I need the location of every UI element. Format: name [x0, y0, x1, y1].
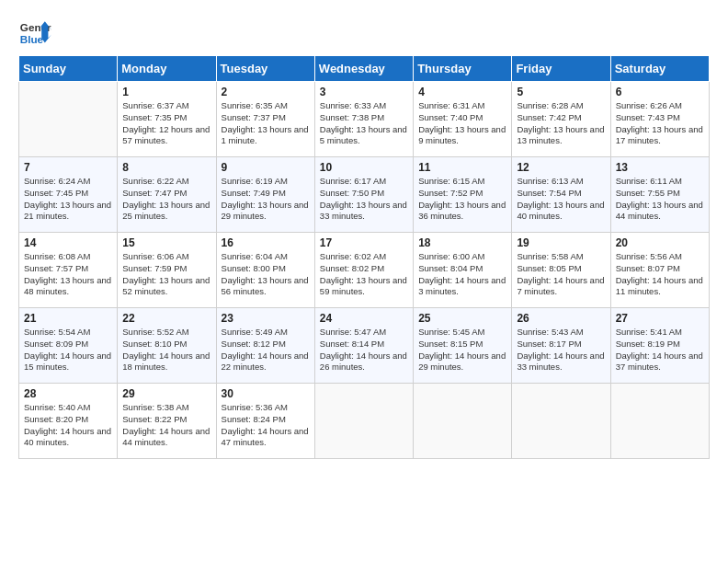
calendar-cell: 12Sunrise: 6:13 AMSunset: 7:54 PMDayligh…: [512, 157, 610, 233]
calendar-week-5: 28Sunrise: 5:40 AMSunset: 8:20 PMDayligh…: [19, 384, 710, 459]
logo-icon: General Blue: [18, 15, 51, 48]
day-info: Sunrise: 5:45 AMSunset: 8:15 PMDaylight:…: [418, 327, 506, 373]
weekday-header-monday: Monday: [118, 56, 216, 82]
day-info: Sunrise: 6:06 AMSunset: 7:59 PMDaylight:…: [122, 251, 210, 298]
calendar-cell: 11Sunrise: 6:15 AMSunset: 7:52 PMDayligh…: [414, 157, 512, 233]
day-info: Sunrise: 5:56 AMSunset: 8:07 PMDaylight:…: [616, 251, 704, 298]
header: General Blue: [18, 15, 710, 48]
calendar-cell: 8Sunrise: 6:22 AMSunset: 7:47 PMDaylight…: [118, 157, 216, 233]
day-number: 29: [122, 387, 210, 400]
calendar-cell: 14Sunrise: 6:08 AMSunset: 7:57 PMDayligh…: [19, 233, 118, 308]
calendar-header: SundayMondayTuesdayWednesdayThursdayFrid…: [19, 56, 710, 82]
day-info: Sunrise: 5:49 AMSunset: 8:12 PMDaylight:…: [222, 327, 310, 373]
day-number: 22: [122, 312, 210, 325]
day-info: Sunrise: 5:54 AMSunset: 8:09 PMDaylight:…: [24, 327, 112, 373]
calendar-cell: 6Sunrise: 6:26 AMSunset: 7:43 PMDaylight…: [610, 82, 709, 157]
calendar-cell: 20Sunrise: 5:56 AMSunset: 8:07 PMDayligh…: [610, 233, 709, 308]
day-info: Sunrise: 5:38 AMSunset: 8:22 PMDaylight:…: [122, 402, 210, 449]
logo: General Blue: [18, 15, 55, 48]
day-info: Sunrise: 6:35 AMSunset: 7:37 PMDaylight:…: [222, 100, 310, 147]
calendar-cell: 4Sunrise: 6:31 AMSunset: 7:40 PMDaylight…: [414, 82, 512, 157]
weekday-header-tuesday: Tuesday: [216, 56, 314, 82]
day-info: Sunrise: 6:26 AMSunset: 7:43 PMDaylight:…: [616, 100, 704, 147]
day-number: 13: [616, 161, 704, 174]
day-number: 15: [122, 236, 210, 249]
day-number: 25: [418, 312, 506, 325]
day-number: 19: [517, 236, 605, 249]
day-number: 24: [320, 312, 408, 325]
day-number: 20: [616, 236, 704, 249]
calendar-cell: 5Sunrise: 6:28 AMSunset: 7:42 PMDaylight…: [512, 82, 610, 157]
calendar-cell: 22Sunrise: 5:52 AMSunset: 8:10 PMDayligh…: [118, 308, 216, 384]
calendar-table: SundayMondayTuesdayWednesdayThursdayFrid…: [18, 55, 710, 459]
calendar-cell: 18Sunrise: 6:00 AMSunset: 8:04 PMDayligh…: [414, 233, 512, 308]
day-number: 18: [418, 236, 506, 249]
svg-text:Blue: Blue: [20, 33, 44, 45]
day-info: Sunrise: 6:04 AMSunset: 8:00 PMDaylight:…: [222, 251, 310, 298]
calendar-cell: 29Sunrise: 5:38 AMSunset: 8:22 PMDayligh…: [118, 384, 216, 459]
day-info: Sunrise: 6:17 AMSunset: 7:50 PMDaylight:…: [320, 176, 408, 223]
day-number: 1: [122, 86, 210, 98]
calendar-cell: 13Sunrise: 6:11 AMSunset: 7:55 PMDayligh…: [610, 157, 709, 233]
day-info: Sunrise: 5:36 AMSunset: 8:24 PMDaylight:…: [222, 402, 310, 449]
day-number: 7: [24, 161, 112, 174]
day-info: Sunrise: 5:58 AMSunset: 8:05 PMDaylight:…: [517, 251, 605, 298]
day-number: 6: [616, 86, 704, 98]
calendar-cell: [314, 384, 413, 459]
calendar-cell: 15Sunrise: 6:06 AMSunset: 7:59 PMDayligh…: [118, 233, 216, 308]
calendar-cell: 24Sunrise: 5:47 AMSunset: 8:14 PMDayligh…: [314, 308, 413, 384]
day-number: 8: [122, 161, 210, 174]
day-info: Sunrise: 6:31 AMSunset: 7:40 PMDaylight:…: [418, 100, 506, 147]
day-number: 26: [517, 312, 605, 325]
weekday-header-thursday: Thursday: [414, 56, 512, 82]
weekday-header-wednesday: Wednesday: [314, 56, 413, 82]
day-info: Sunrise: 5:52 AMSunset: 8:10 PMDaylight:…: [122, 327, 210, 373]
day-info: Sunrise: 6:00 AMSunset: 8:04 PMDaylight:…: [418, 251, 506, 298]
day-info: Sunrise: 5:47 AMSunset: 8:14 PMDaylight:…: [320, 327, 408, 373]
day-number: 2: [222, 86, 310, 98]
calendar-week-3: 14Sunrise: 6:08 AMSunset: 7:57 PMDayligh…: [19, 233, 710, 308]
day-info: Sunrise: 6:22 AMSunset: 7:47 PMDaylight:…: [122, 176, 210, 223]
day-info: Sunrise: 6:15 AMSunset: 7:52 PMDaylight:…: [418, 176, 506, 223]
day-number: 27: [616, 312, 704, 325]
day-number: 12: [517, 161, 605, 174]
calendar-cell: 7Sunrise: 6:24 AMSunset: 7:45 PMDaylight…: [19, 157, 118, 233]
day-number: 5: [517, 86, 605, 98]
calendar-cell: 1Sunrise: 6:37 AMSunset: 7:35 PMDaylight…: [118, 82, 216, 157]
calendar-cell: 2Sunrise: 6:35 AMSunset: 7:37 PMDaylight…: [216, 82, 314, 157]
day-info: Sunrise: 6:33 AMSunset: 7:38 PMDaylight:…: [320, 100, 408, 147]
day-info: Sunrise: 5:40 AMSunset: 8:20 PMDaylight:…: [24, 402, 112, 449]
calendar-cell: 23Sunrise: 5:49 AMSunset: 8:12 PMDayligh…: [216, 308, 314, 384]
calendar-cell: 17Sunrise: 6:02 AMSunset: 8:02 PMDayligh…: [314, 233, 413, 308]
day-info: Sunrise: 6:24 AMSunset: 7:45 PMDaylight:…: [24, 176, 112, 223]
day-number: 16: [222, 236, 310, 249]
calendar-cell: 19Sunrise: 5:58 AMSunset: 8:05 PMDayligh…: [512, 233, 610, 308]
day-info: Sunrise: 6:08 AMSunset: 7:57 PMDaylight:…: [24, 251, 112, 298]
day-number: 17: [320, 236, 408, 249]
weekday-header-sunday: Sunday: [19, 56, 118, 82]
calendar-cell: [414, 384, 512, 459]
day-number: 9: [222, 161, 310, 174]
weekday-header-row: SundayMondayTuesdayWednesdayThursdayFrid…: [19, 56, 710, 82]
weekday-header-saturday: Saturday: [610, 56, 709, 82]
calendar-cell: 9Sunrise: 6:19 AMSunset: 7:49 PMDaylight…: [216, 157, 314, 233]
calendar-body: 1Sunrise: 6:37 AMSunset: 7:35 PMDaylight…: [19, 82, 710, 459]
day-number: 28: [24, 387, 112, 400]
calendar-cell: [512, 384, 610, 459]
calendar-week-4: 21Sunrise: 5:54 AMSunset: 8:09 PMDayligh…: [19, 308, 710, 384]
calendar-cell: [19, 82, 118, 157]
day-number: 11: [418, 161, 506, 174]
day-info: Sunrise: 5:43 AMSunset: 8:17 PMDaylight:…: [517, 327, 605, 373]
day-info: Sunrise: 6:11 AMSunset: 7:55 PMDaylight:…: [616, 176, 704, 223]
day-info: Sunrise: 5:41 AMSunset: 8:19 PMDaylight:…: [616, 327, 704, 373]
day-number: 3: [320, 86, 408, 98]
calendar-cell: [610, 384, 709, 459]
day-info: Sunrise: 6:37 AMSunset: 7:35 PMDaylight:…: [122, 100, 210, 147]
weekday-header-friday: Friday: [512, 56, 610, 82]
day-info: Sunrise: 6:19 AMSunset: 7:49 PMDaylight:…: [222, 176, 310, 223]
day-number: 23: [222, 312, 310, 325]
calendar-cell: 25Sunrise: 5:45 AMSunset: 8:15 PMDayligh…: [414, 308, 512, 384]
calendar-cell: 27Sunrise: 5:41 AMSunset: 8:19 PMDayligh…: [610, 308, 709, 384]
calendar-cell: 16Sunrise: 6:04 AMSunset: 8:00 PMDayligh…: [216, 233, 314, 308]
day-number: 10: [320, 161, 408, 174]
